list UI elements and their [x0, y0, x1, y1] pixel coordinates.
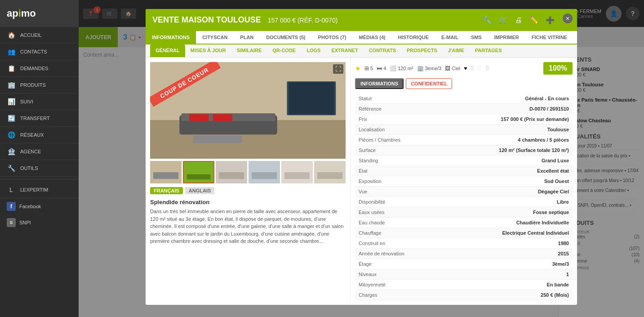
svg-rect-14 [219, 172, 244, 179]
table-row: Disponibilité Libre [355, 197, 573, 207]
agence-icon: 🏦 [7, 148, 16, 155]
subtab-contrats[interactable]: CONTRATS [364, 45, 401, 57]
produits-icon: 🏢 [7, 81, 16, 89]
table-row: Étage 3ème/3 [355, 259, 573, 269]
sidebar-item-label: SUIVI [20, 99, 33, 104]
snpi-label: SNPI [19, 220, 31, 225]
sidebar-item-reseaux[interactable]: 🌐 RÉSEAUX [0, 127, 79, 143]
lang-fr-badge[interactable]: FRANÇAIS [150, 187, 183, 194]
label-reference: Référence [355, 104, 453, 114]
sidebar-item-facebook[interactable]: f Facebook [0, 198, 79, 214]
subtab-general[interactable]: GÉNÉRAL [150, 45, 185, 57]
star-icon: ★ [355, 65, 361, 72]
thumbnail-1[interactable] [150, 161, 182, 183]
outils-icon: 🔧 [7, 165, 16, 172]
likes-filled[interactable]: 0 [471, 65, 474, 71]
svg-rect-4 [189, 114, 209, 121]
label-exposition: Exposition [355, 176, 453, 187]
value-localisation: Toulouse [453, 125, 573, 135]
modal-header-actions: 🔧 🛒 🖨 ✏️ ➕ ⋮ [481, 14, 570, 26]
sidebar-item-snpi[interactable]: S SNPI [0, 214, 79, 231]
thumbnail-6[interactable] [314, 161, 346, 183]
main-image-container: COUP DE COEUR ⛶ [150, 62, 346, 159]
sidebar-item-produits[interactable]: 🏢 PRODUITS [0, 77, 79, 94]
sidebar-item-transfert[interactable]: 🔄 TRANSFERT [0, 110, 79, 127]
thumbnail-2[interactable] [183, 161, 214, 183]
rooms-icon: ⊞ [364, 65, 369, 71]
svg-rect-5 [213, 114, 232, 121]
table-row: Pièces / Chambres 4 chambres / 5 pièces [355, 135, 573, 145]
sidebar-item-agence[interactable]: 🏦 AGENCE [0, 143, 79, 160]
sidebar-item-contacts[interactable]: 👥 CONTACTS [0, 44, 79, 60]
sidebar-item-demandes[interactable]: 📋 DEMANDES [0, 60, 79, 77]
home-icon: 🏠 [7, 31, 16, 39]
sidebar-item-label: LEXPERTIM [20, 187, 48, 192]
tab-cityscan[interactable]: CITYSCAN [196, 31, 234, 45]
label-construit: Construit en [355, 238, 453, 249]
print-btn[interactable]: 🖨 [514, 15, 524, 26]
edit-btn[interactable]: ✏️ [528, 14, 540, 26]
add-btn[interactable]: ➕ [544, 14, 556, 26]
tools-btn[interactable]: 🔧 [481, 14, 493, 26]
table-row: Eaux usées Fosse septique [355, 207, 573, 218]
tab-medias[interactable]: MÉDIAS (4) [352, 31, 391, 45]
language-badges: FRANÇAIS ANGLAIS [150, 187, 346, 194]
suivi-icon: 📊 [7, 98, 16, 105]
value-eaux-usees: Fosse septique [453, 207, 573, 218]
surface-meta: ⬜ 120 m² [390, 65, 413, 71]
heart-empty-icon: ♡ [477, 65, 482, 71]
svg-rect-6 [193, 135, 242, 143]
modal-overlay: VENTE MAISON TOULOUSE 157 000 € (RÉF. D-… [79, 0, 644, 317]
description-text: Dans un très bel immeuble ancien en pier… [150, 208, 346, 245]
tab-informations[interactable]: INFORMATIONS [146, 31, 196, 45]
bed-icon: 🛏 [377, 65, 382, 71]
label-mitoyennete: Mitoyenneté [355, 280, 453, 290]
sidebar-item-lexpertim[interactable]: L LEXPERTIM [0, 182, 79, 198]
photo-icon: 🖼 [445, 65, 450, 71]
modal-body: COUP DE COEUR ⛶ [146, 58, 577, 305]
likes-empty[interactable]: 0 [486, 65, 489, 71]
floor-meta: 🏢 3ème/3 [417, 65, 442, 71]
modal-close-button[interactable]: × [563, 13, 573, 23]
tab-plan[interactable]: PLAN [234, 31, 260, 45]
floor-icon: 🏢 [417, 65, 424, 71]
sidebar-item-label: OUTILS [20, 165, 38, 171]
value-exposition: Sud Ouest [453, 176, 573, 187]
sidebar-item-accueil[interactable]: 🏠 ACCUEIL [0, 27, 79, 44]
tab-historique[interactable]: HISTORIQUE [392, 31, 435, 45]
subtab-qr-code[interactable]: QR-CODE [267, 45, 301, 57]
tab-sms[interactable]: SMS [465, 31, 488, 45]
table-row: Surface 120 m² (Surface totale 120 m²) [355, 145, 573, 156]
value-vue: Dégagée Ciel [453, 187, 573, 197]
subtab-jaime[interactable]: J'AIME [443, 45, 470, 57]
lang-en-badge[interactable]: ANGLAIS [185, 187, 215, 194]
value-prix: 157 000 € (Prix sur demande) [453, 114, 573, 125]
tab-imprimer[interactable]: IMPRIMER [488, 31, 525, 45]
tab-fiche-vitrine[interactable]: FICHE VITRINE [525, 31, 573, 45]
expand-button[interactable]: ⛶ [333, 64, 343, 74]
subtab-mises-a-jour[interactable]: MISES À JOUR [185, 45, 231, 57]
sidebar-item-outils[interactable]: 🔧 OUTILS [0, 160, 79, 177]
info-tab-confidentiel[interactable]: CONFIDENTIEL [406, 78, 452, 89]
label-statut: Statut [355, 94, 453, 104]
cart-action-btn[interactable]: 🛒 [497, 14, 509, 26]
subtab-extranet[interactable]: EXTRANET [326, 45, 363, 57]
demandes-icon: 📋 [7, 65, 16, 72]
info-tab-informations[interactable]: INFORMATIONS [355, 78, 404, 89]
sidebar-item-suivi[interactable]: 📊 SUIVI [0, 94, 79, 110]
subtab-partages[interactable]: PARTAGES [470, 45, 507, 57]
thumbnail-5[interactable] [281, 161, 313, 183]
tab-transfert[interactable]: TRANSFERT [573, 31, 577, 45]
tab-photos[interactable]: PHOTOS (7) [312, 31, 353, 45]
svg-rect-12 [187, 174, 211, 180]
subtab-similaire[interactable]: SIMILAIRE [231, 45, 267, 57]
subtab-logs[interactable]: LOGS [301, 45, 326, 57]
tab-email[interactable]: E-MAIL [435, 31, 465, 45]
table-row: Vue Dégagée Ciel [355, 187, 573, 197]
thumbnail-3[interactable] [216, 161, 247, 183]
svg-rect-16 [252, 172, 277, 179]
modal-left: COUP DE COEUR ⛶ [146, 58, 350, 305]
thumbnail-4[interactable] [249, 161, 280, 183]
tab-documents[interactable]: DOCUMENTS (5) [260, 31, 311, 45]
subtab-prospects[interactable]: PROSPECTS [401, 45, 443, 57]
